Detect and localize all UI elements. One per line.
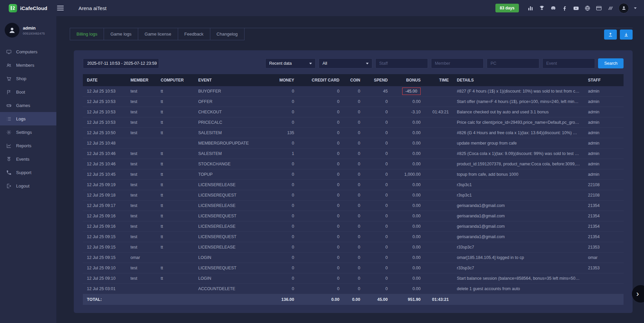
table-row[interactable]: 12 Jul 25 09:16testttLICENSEREQUEST00000… xyxy=(83,211,624,221)
sidebar-item-events[interactable]: Events xyxy=(0,152,56,166)
cell-money: 1 xyxy=(263,149,298,159)
tab-changelog[interactable]: Changelog xyxy=(210,28,245,40)
sidebar-item-logs[interactable]: Logs xyxy=(0,112,56,125)
range-select[interactable]: Recent data xyxy=(265,58,316,68)
table-row[interactable]: 12 Jul 25 09:15testttLICENSEREQUEST00000… xyxy=(83,232,624,242)
cell-credit-card: 0 xyxy=(298,201,343,211)
pc-input[interactable] xyxy=(487,58,539,68)
table-row[interactable]: 12 Jul 25 10:45testttTOPUP00001,000.00to… xyxy=(83,169,624,180)
drive-icon[interactable] xyxy=(607,5,613,11)
cell-money: 0 xyxy=(263,221,298,232)
staff-input[interactable] xyxy=(375,58,428,68)
event-input[interactable] xyxy=(542,58,595,68)
cell-bonus: 0.00 xyxy=(392,190,425,201)
table-row[interactable]: 12 Jul 25 10:50testttSALESITEM1350000.00… xyxy=(83,128,624,138)
cell-spend: 0 xyxy=(364,149,392,159)
column-header[interactable]: TIME xyxy=(425,74,453,86)
trophy-icon[interactable] xyxy=(539,5,545,11)
sidebar-item-computers[interactable]: Computers xyxy=(0,45,56,58)
cell-date: 12 Jul 25 10:46 xyxy=(83,159,126,169)
facebook-icon[interactable] xyxy=(561,5,568,11)
cell-date: 12 Jul 25 09:19 xyxy=(83,180,126,190)
table-row[interactable]: 12 Jul 25 10:53testttPRICECALC00000.00Pr… xyxy=(83,117,624,128)
license-days-badge[interactable]: 83 days xyxy=(495,4,519,12)
cell-spend: 0 xyxy=(364,211,392,221)
tab-game-license[interactable]: Game license xyxy=(138,28,178,40)
cell-time xyxy=(425,138,453,149)
column-header[interactable]: CREDIT CARD xyxy=(298,74,343,86)
card-icon[interactable] xyxy=(596,5,602,11)
column-header[interactable]: MEMBER xyxy=(126,74,157,86)
column-header[interactable]: DATE xyxy=(83,74,126,86)
column-header[interactable]: COMPUTER xyxy=(157,74,194,86)
column-header[interactable]: STAFF xyxy=(584,74,624,86)
table-row[interactable]: 12 Jul 25 10:53testttOFFER00000.00Start … xyxy=(83,97,624,107)
column-header[interactable]: EVENT xyxy=(194,74,263,86)
table-row[interactable]: 12 Jul 25 03:01ACCOUNTDELETE00000.00dele… xyxy=(83,284,624,294)
table-row[interactable]: 12 Jul 25 09:18testttLICENSEREQUEST00000… xyxy=(83,190,624,201)
sidebar-item-reports[interactable]: Reports xyxy=(0,139,56,152)
total-row: TOTAL: 136.00 0.00 0.00 45.00 951.90 01:… xyxy=(83,294,624,305)
download-button[interactable] xyxy=(620,30,633,40)
hamburger-menu-icon[interactable] xyxy=(57,4,64,12)
sidebar-item-logout[interactable]: Logout xyxy=(0,179,56,193)
cell-money: 0 xyxy=(263,159,298,169)
type-select[interactable]: All xyxy=(319,58,372,68)
chart-icon[interactable] xyxy=(527,5,534,11)
cell-coin: 0 xyxy=(343,253,364,263)
cell-event: ACCOUNTDELETE xyxy=(194,284,263,294)
discord-icon[interactable] xyxy=(550,5,556,11)
cell-event: LICENSERELEASE xyxy=(194,180,263,190)
billing-logs-panel: 2025-07-11 10:53 - 2025-07-12 23:59 Rece… xyxy=(74,50,633,313)
cell-spend: 45 xyxy=(364,86,392,97)
table-row[interactable]: 12 Jul 25 10:53testttCHECKOUT0000-3.1001… xyxy=(83,107,624,117)
sidebar-user[interactable]: admin 005193482475 xyxy=(0,16,56,44)
youtube-icon[interactable] xyxy=(573,5,579,11)
avatar[interactable] xyxy=(619,3,629,13)
cell-bonus: 0.00 xyxy=(392,117,425,128)
table-row[interactable]: 12 Jul 25 10:48MEMBERGROUPUPDATE00000.00… xyxy=(83,138,624,149)
member-input[interactable] xyxy=(431,58,484,68)
column-header[interactable]: DETAILS xyxy=(453,74,584,86)
globe-icon[interactable] xyxy=(584,5,591,11)
user-name: admin xyxy=(23,25,45,31)
sidebar-item-support[interactable]: Support xyxy=(0,166,56,179)
cell-member: test xyxy=(126,149,157,159)
table-row[interactable]: 12 Jul 25 09:10testttLOGIN00000.00Start … xyxy=(83,273,624,284)
cell-computer xyxy=(157,138,194,149)
tab-feedback[interactable]: Feedback xyxy=(178,28,210,40)
table-row[interactable]: 12 Jul 25 09:19testttLICENSERELEASE00000… xyxy=(83,180,624,190)
table-row[interactable]: 12 Jul 25 09:10testttLICENSEREQUEST00000… xyxy=(83,263,624,273)
table-row[interactable]: 12 Jul 25 10:46testttSALESITEM10000.00#8… xyxy=(83,149,624,159)
table-row[interactable]: 12 Jul 25 09:15omarLOGIN00000.00omar[185… xyxy=(83,253,624,263)
chevron-down-icon[interactable] xyxy=(634,7,637,9)
table-row[interactable]: 12 Jul 25 09:17testttLICENSERELEASE00000… xyxy=(83,201,624,211)
sidebar-item-boot[interactable]: Boot xyxy=(0,85,56,99)
column-header[interactable]: BONUS xyxy=(392,74,425,86)
cell-date: 12 Jul 25 09:17 xyxy=(83,201,126,211)
sidebar-item-games[interactable]: Games xyxy=(0,99,56,112)
table-row[interactable]: 12 Jul 25 10:46testttSTOCKCHANGE00000.00… xyxy=(83,159,624,169)
cell-bonus: -45.00 xyxy=(392,86,425,97)
boot-icon xyxy=(6,89,12,95)
tab-billing-logs[interactable]: Billing logs xyxy=(70,28,104,40)
sidebar-item-shop[interactable]: Shop xyxy=(0,72,56,85)
table-row[interactable]: 12 Jul 25 09:15testttLICENSERELEASE00000… xyxy=(83,242,624,253)
sidebar-item-members[interactable]: Members xyxy=(0,58,56,72)
column-header[interactable]: MONEY xyxy=(263,74,298,86)
date-range-input[interactable]: 2025-07-11 10:53 - 2025-07-12 23:59 xyxy=(83,58,159,68)
column-header[interactable]: SPEND xyxy=(364,74,392,86)
upload-button[interactable] xyxy=(604,30,617,40)
tab-game-logs[interactable]: Game logs xyxy=(104,28,138,40)
table-row[interactable]: 12 Jul 25 10:53testttBUYOFFER00045-45.00… xyxy=(83,86,624,97)
sidebar-item-settings[interactable]: Settings xyxy=(0,125,56,139)
cell-credit-card: 0 xyxy=(298,211,343,221)
cell-member: test xyxy=(126,221,157,232)
app-logo[interactable]: 2 iCafeCloud xyxy=(9,4,52,12)
cell-credit-card: 0 xyxy=(298,159,343,169)
search-button[interactable]: Search xyxy=(598,58,624,68)
column-header[interactable]: COIN xyxy=(343,74,364,86)
table-row[interactable]: 12 Jul 25 09:16testttLICENSERELEASE00000… xyxy=(83,221,624,232)
cell-date: 12 Jul 25 10:46 xyxy=(83,149,126,159)
cell-date: 12 Jul 25 09:18 xyxy=(83,190,126,201)
